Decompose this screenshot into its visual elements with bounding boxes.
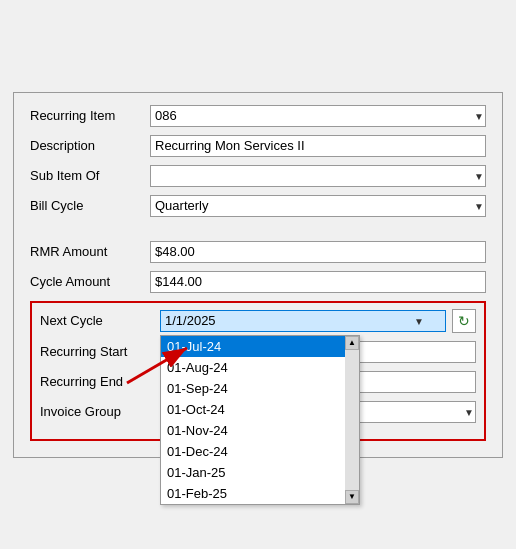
dropdown-item-4[interactable]: 01-Nov-24 [161,420,345,441]
description-label: Description [30,138,150,153]
refresh-icon: ↻ [458,313,470,329]
bill-cycle-select-wrapper: Quarterly ▼ [150,195,486,217]
rmr-amount-label: RMR Amount [30,244,150,259]
scroll-down-button[interactable]: ▼ [345,490,359,504]
arrow-annotation [122,338,202,391]
dropdown-scrollbar: ▲ ▼ [345,336,359,504]
sub-item-row: Sub Item Of ▼ [30,165,486,187]
sub-item-select-wrapper: ▼ [150,165,486,187]
recurring-item-select-wrapper: 086 ▼ [150,105,486,127]
refresh-button[interactable]: ↻ [452,309,476,333]
recurring-item-row: Recurring Item 086 ▼ [30,105,486,127]
next-cycle-input[interactable] [160,310,446,332]
dropdown-item-7[interactable]: 01-Feb-25 [161,483,345,504]
sub-item-label: Sub Item Of [30,168,150,183]
description-row: Description [30,135,486,157]
rmr-amount-input[interactable] [150,241,486,263]
bill-cycle-row: Bill Cycle Quarterly ▼ [30,195,486,217]
scroll-up-button[interactable]: ▲ [345,336,359,350]
dropdown-item-5[interactable]: 01-Dec-24 [161,441,345,462]
scroll-up-icon: ▲ [348,338,356,347]
dropdown-item-3[interactable]: 01-Oct-24 [161,399,345,420]
form-window: Recurring Item 086 ▼ Description Sub Ite… [13,92,503,458]
sub-item-select[interactable] [150,165,486,187]
highlighted-section: Next Cycle ▼ ↻ 01-Jul-24 01-Aug-24 01-Se… [30,301,486,441]
svg-line-1 [127,348,187,383]
recurring-item-select[interactable]: 086 [150,105,486,127]
arrow-icon [122,338,202,388]
next-cycle-select-wrapper: ▼ [160,310,446,332]
recurring-item-label: Recurring Item [30,108,150,123]
cycle-amount-label: Cycle Amount [30,274,150,289]
cycle-amount-input[interactable] [150,271,486,293]
bill-cycle-label: Bill Cycle [30,198,150,213]
cycle-amount-row: Cycle Amount [30,271,486,293]
rmr-amount-row: RMR Amount [30,241,486,263]
bill-cycle-select[interactable]: Quarterly [150,195,486,217]
next-cycle-row: Next Cycle ▼ ↻ 01-Jul-24 01-Aug-24 01-Se… [40,309,476,333]
invoice-group-label: Invoice Group [40,404,160,419]
scroll-down-icon: ▼ [348,492,356,501]
dropdown-item-6[interactable]: 01-Jan-25 [161,462,345,483]
description-input[interactable] [150,135,486,157]
next-cycle-label: Next Cycle [40,313,160,328]
